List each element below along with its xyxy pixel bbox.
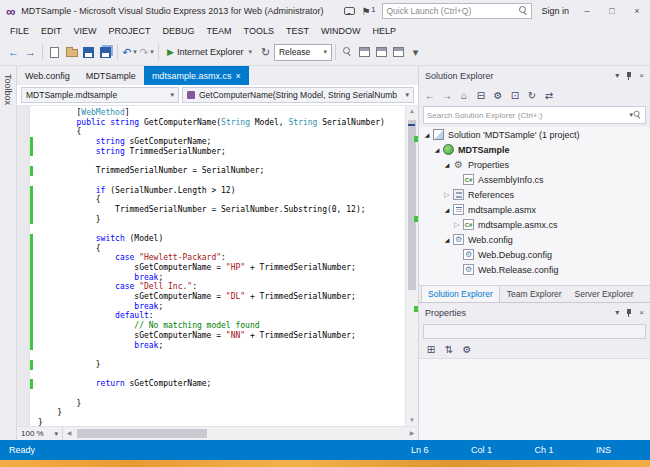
scroll-right-icon[interactable]: ▶ [406,427,418,440]
sign-in-button[interactable]: Sign in [539,6,571,16]
type-dropdown[interactable]: MDTSample.mdtsample ▾ [21,87,179,103]
code-line[interactable]: case "Hewlett-Packard": [30,253,405,263]
redo-dropdown-icon[interactable]: ▾ [150,48,154,56]
editor-vertical-scrollbar[interactable]: ▲ ▼ [405,106,418,426]
sync-with-active-document-icon[interactable]: ⇄ [541,90,557,101]
navigate-back-icon[interactable]: ← [422,90,438,101]
pin-icon[interactable] [625,71,633,81]
tool-tab-server-explorer[interactable]: Server Explorer [569,286,640,302]
editor-horizontal-scrollbar[interactable]: ◀ ▶ [63,427,418,440]
tree-item-web-debug-config[interactable]: Web.Debug.config [419,247,650,262]
tree-expanded-icon[interactable]: ◢ [442,206,452,213]
menu-file[interactable]: FILE [4,24,35,38]
tree-item-mdtsample-asmx[interactable]: ◢mdtsample.asmx [419,202,650,217]
window-position-icon[interactable]: ▾ [615,308,619,317]
notifications-button[interactable]: ⚑ 1 [362,6,376,17]
code-line[interactable]: sGetComputerName = "NN" + TrimmedSerialN… [30,331,405,341]
code-line[interactable]: // No matching model found [30,321,405,331]
search-options-icon[interactable]: ▾ [626,111,633,119]
code-line[interactable]: sGetComputerName = "HP" + TrimmedSerialN… [30,263,405,273]
solution-explorer-search-box[interactable]: ▾ [423,106,646,124]
solution-explorer-button-icon[interactable] [356,42,373,62]
properties-window-icon[interactable] [373,42,390,62]
tree-expanded-icon[interactable]: ◢ [442,161,452,168]
tree-expanded-icon[interactable]: ◢ [422,131,432,138]
scrollbar-thumb[interactable] [77,429,207,438]
close-pane-icon[interactable]: × [639,71,644,80]
code-line[interactable]: case "Dell Inc.": [30,282,405,292]
tree-item-mdtsample-asmx-cs[interactable]: ▷mdtsample.asmx.cs [419,217,650,232]
close-button[interactable]: × [628,6,646,16]
menu-debug[interactable]: DEBUG [157,24,201,38]
pin-icon[interactable] [625,308,633,318]
code-line[interactable]: return sGetComputerName; [30,379,405,389]
code-line[interactable]: { [30,127,405,137]
tree-item-assemblyinfo-cs[interactable]: AssemblyInfo.cs [419,172,650,187]
tab-mdtsample-asmx-cs[interactable]: mdtsample.asmx.cs× [144,66,249,85]
redo-button[interactable]: ↷▾ [138,42,155,62]
object-browser-icon[interactable] [390,42,407,62]
menu-help[interactable]: HELP [366,24,402,38]
code-line[interactable] [30,389,405,399]
undo-dropdown-icon[interactable]: ▾ [133,48,137,56]
show-all-files-icon[interactable]: ⊡ [507,90,523,101]
menu-view[interactable]: VIEW [68,24,103,38]
zoom-control[interactable]: 100 % ▾ [17,427,63,440]
code-line[interactable]: break; [30,341,405,351]
menu-tools[interactable]: TOOLS [238,24,280,38]
code-line[interactable] [30,370,405,380]
quick-launch-input[interactable] [386,6,519,16]
code-line[interactable]: default: [30,311,405,321]
member-dropdown[interactable]: GetComputerName(String Model, String Ser… [182,87,414,103]
toolbar-options-icon[interactable]: ▾ [407,42,424,62]
code-line[interactable]: if (SerialNumber.Length > 12) [30,186,405,196]
home-icon[interactable]: ⌂ [456,90,472,101]
save-icon[interactable] [80,42,97,62]
tree-item-web-config[interactable]: ◢Web.config [419,232,650,247]
scroll-up-icon[interactable]: ▲ [406,106,418,117]
code-line[interactable]: } [30,399,405,409]
code-line[interactable]: } [30,408,405,418]
code-line[interactable]: string sGetComputerName; [30,137,405,147]
properties-icon[interactable]: ⚙ [490,90,506,101]
tab-web-config[interactable]: Web.config [17,66,78,85]
menu-edit[interactable]: EDIT [35,24,68,38]
code-line[interactable]: { [30,195,405,205]
minimize-button[interactable]: – [578,6,596,16]
properties-object-dropdown[interactable] [423,324,646,339]
browser-dropdown-icon[interactable]: ▾ [248,48,252,56]
close-pane-icon[interactable]: × [639,308,644,317]
code-line[interactable]: { [30,244,405,254]
tool-tab-team-explorer[interactable]: Team Explorer [501,286,568,302]
menu-test[interactable]: TEST [280,24,315,38]
code-line[interactable]: sGetComputerName = "DL" + TrimmedSerialN… [30,292,405,302]
indicator-margin[interactable] [17,106,30,426]
scrollbar-thumb[interactable] [408,120,416,290]
undo-button[interactable]: ↶▾ [121,42,138,62]
code-line[interactable] [30,176,405,186]
find-in-files-icon[interactable] [339,42,356,62]
tree-collapsed-icon[interactable]: ▷ [442,191,452,199]
navigate-forward-icon[interactable]: → [439,90,455,101]
toolbox-tab[interactable]: Toolbox [0,66,17,440]
menu-project[interactable]: PROJECT [103,24,157,38]
solution-explorer-search-input[interactable] [427,111,626,120]
refresh-icon[interactable]: ↻ [524,90,540,101]
tree-item-properties[interactable]: ◢Properties [419,157,650,172]
tree-item-solution-mdtsample-1-project[interactable]: ◢Solution 'MDTSample' (1 project) [419,127,650,142]
feedback-icon[interactable] [344,7,355,15]
scroll-left-icon[interactable]: ◀ [63,427,75,440]
new-file-icon[interactable] [46,42,63,62]
tree-collapsed-icon[interactable]: ▷ [452,221,462,229]
code-line[interactable]: TrimmedSerialNumber = SerialNumber.Subst… [30,205,405,215]
navigate-forward-icon[interactable]: → [22,42,39,62]
scroll-down-icon[interactable]: ▼ [406,415,418,426]
code-line[interactable] [30,350,405,360]
tree-expanded-icon[interactable]: ◢ [442,236,452,243]
tab-mdtsample[interactable]: MDTSample [78,66,144,85]
window-position-icon[interactable]: ▾ [615,71,619,80]
code-line[interactable]: [WebMethod] [30,108,405,118]
collapse-all-icon[interactable]: ⊟ [473,90,489,101]
close-tab-icon[interactable]: × [235,71,240,81]
alphabetical-icon[interactable]: ⇅ [441,344,457,355]
